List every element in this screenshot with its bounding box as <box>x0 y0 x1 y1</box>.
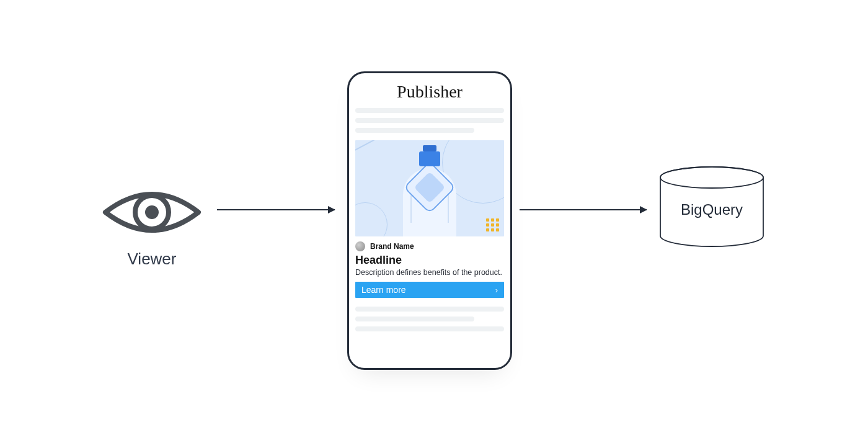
svg-point-1 <box>145 205 159 219</box>
viewer-label: Viewer <box>99 249 205 269</box>
chevron-right-icon: › <box>495 285 498 295</box>
ad-creative-image <box>355 140 504 236</box>
ad-brand-row: Brand Name <box>355 241 504 251</box>
brand-avatar-icon <box>355 241 365 251</box>
ad-cta-label: Learn more <box>361 285 406 295</box>
content-placeholder-line <box>355 317 474 321</box>
arrow-viewer-to-publisher <box>217 209 335 210</box>
content-placeholder-line <box>355 326 504 331</box>
grid-dots-icon <box>486 218 499 231</box>
bigquery-label: BigQuery <box>659 201 764 218</box>
viewer-node <box>99 180 205 247</box>
arrow-publisher-to-bigquery <box>520 209 647 210</box>
content-placeholder-line <box>355 307 504 312</box>
content-placeholder-line <box>355 108 504 113</box>
eye-icon <box>99 180 205 245</box>
ad-description: Description defines benefits of the prod… <box>355 268 504 277</box>
content-placeholder-line <box>355 128 474 133</box>
ad-brand-name: Brand Name <box>370 242 414 251</box>
publisher-phone-mockup: Publisher Brand Name Headline <box>347 71 512 370</box>
ad-headline: Headline <box>355 254 504 267</box>
publisher-title: Publisher <box>355 82 504 102</box>
content-placeholder-line <box>355 118 504 123</box>
ad-cta-button[interactable]: Learn more › <box>355 282 504 298</box>
flow-diagram: Viewer Publisher Brand <box>0 0 868 440</box>
